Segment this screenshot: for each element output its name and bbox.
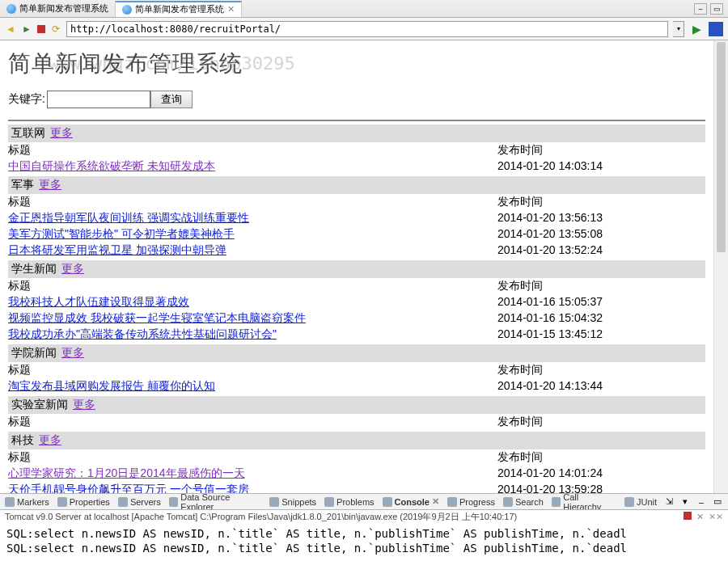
news-time: 2014-01-20 14:01:24 [497,466,705,482]
news-time: 2014-01-20 13:55:08 [497,226,705,243]
column-header-row: 标题发布时间 [8,414,705,430]
view-tab-data-source-explorer[interactable]: Data Source Explorer [169,492,261,512]
category-name: 实验室新闻 [11,398,68,412]
news-row: 淘宝发布县域网购发展报告 颠覆你的认知2014-01-20 14:13:44 [8,378,705,394]
search-input[interactable] [47,91,150,108]
view-tab-console[interactable]: Console ✕ [383,492,439,512]
view-tab-servers[interactable]: Servers [118,492,161,512]
news-row: 日本将研发军用监视卫星 加强探测中朝导弹2014-01-20 13:52:24 [8,243,705,259]
view-icon [118,497,128,507]
view-tab-markers[interactable]: Markers [5,492,49,512]
eclipse-views-bar: MarkersPropertiesServersData Source Expl… [0,493,728,509]
view-tab-label: Snippets [281,497,316,507]
news-link[interactable]: 日本将研发军用监视卫星 加强探测中朝导弹 [8,243,226,256]
tab-label: 简单新闻发布管理系统 [135,3,224,15]
more-link[interactable]: 更多 [50,126,73,141]
view-tab-problems[interactable]: Problems [324,492,374,512]
news-row: 我校科技人才队伍建设取得显著成效2014-01-16 15:05:37 [8,294,705,310]
view-tab-label: Console [395,497,430,507]
news-link[interactable]: 视频监控显成效 我校破获一起学生寝室笔记本电脑盗窃案件 [8,311,306,324]
news-time: 2014-01-20 13:56:13 [497,210,705,226]
view-tab-junit[interactable]: JUnit [624,492,657,512]
url-input[interactable] [66,21,668,37]
category-header: 军事 更多 [8,176,705,194]
globe-icon [6,4,16,14]
page-content: 简单新闻发布管理系统 关键字: 查询 互联网 更多标题发布时间中国自研操作系统欲… [0,40,713,493]
view-icon [503,497,513,507]
category-header: 互联网 更多 [8,124,705,142]
view-tab-search[interactable]: Search [503,492,544,512]
col-header-title: 标题 [8,449,497,466]
view-tab-label: Data Source Explorer [180,492,261,512]
search-button[interactable]: 查询 [150,91,193,108]
col-header-time: 发布时间 [497,142,705,158]
col-header-title: 标题 [8,194,497,210]
menu-icon[interactable]: ▾ [679,496,691,508]
view-icon [5,497,15,507]
more-link[interactable]: 更多 [73,398,95,412]
news-link[interactable]: 中国自研操作系统欲破垄断 未知研发成本 [8,159,215,172]
minimize-view-icon[interactable]: – [696,496,707,508]
minimize-icon[interactable]: – [694,3,707,15]
news-link[interactable]: 我校科技人才队伍建设取得显著成效 [8,295,189,308]
more-link[interactable]: 更多 [39,178,61,192]
pin-icon[interactable]: ⇲ [663,496,675,508]
terminate-icon[interactable] [684,512,692,520]
news-link[interactable]: 心理学家研究：1月20日是2014年最感伤的一天 [8,466,245,479]
remove-all-icon[interactable]: ⨯⨯ [709,512,723,522]
vertical-scrollbar[interactable] [713,40,728,493]
view-icon [169,497,178,507]
maximize-icon[interactable]: ▭ [710,3,723,15]
news-time: 2014-01-16 15:05:37 [497,294,705,310]
browser-tab-0[interactable]: 简单新闻发布管理系统 [0,1,116,17]
column-header-row: 标题发布时间 [8,194,705,210]
more-link[interactable]: 更多 [61,346,84,361]
category-name: 学院新闻 [11,346,57,361]
view-tab-properties[interactable]: Properties [57,492,110,512]
view-icon [447,497,457,507]
console-output[interactable]: SQL:select n.newsID AS newsID, n.`title`… [0,523,728,559]
news-link[interactable]: 我校成功承办"高端装备传动系统共性基础问题研讨会" [8,327,277,340]
editor-tab-bar: 简单新闻发布管理系统 简单新闻发布管理系统 ✕ – ▭ [0,0,728,18]
window-controls: – ▭ [694,3,728,15]
more-link[interactable]: 更多 [39,433,61,448]
col-header-time: 发布时间 [497,414,705,430]
globe-icon [122,5,132,15]
news-link[interactable]: 美军方测试"智能步枪" 可令初学者媲美神枪手 [8,227,235,240]
view-icon [383,497,392,507]
col-header-time: 发布时间 [497,194,705,210]
more-link[interactable]: 更多 [61,262,84,276]
news-time: 2014-01-15 13:45:12 [497,327,705,343]
view-tab-call-hierarchy[interactable]: Call Hierarchy [552,492,616,512]
news-time: 2014-01-20 13:52:24 [497,243,705,259]
view-tab-label: Markers [17,497,49,507]
column-header-row: 标题发布时间 [8,362,705,378]
view-tab-snippets[interactable]: Snippets [269,492,316,512]
close-icon[interactable]: ✕ [227,4,235,15]
news-link[interactable]: 淘宝发布县域网购发展报告 颠覆你的认知 [8,379,215,392]
go-icon[interactable]: ▶ [689,22,704,36]
url-dropdown-icon[interactable]: ▾ [673,21,684,37]
close-icon[interactable]: ✕ [432,496,439,507]
external-browser-icon[interactable] [709,22,723,36]
console-header: Tomcat v9.0 Server at localhost [Apache … [0,510,728,523]
browser-tab-1[interactable]: 简单新闻发布管理系统 ✕ [116,1,242,17]
view-icon [269,497,279,507]
page-title: 简单新闻发布管理系统 [8,44,705,91]
back-icon[interactable]: ◄ [5,23,16,35]
col-header-time: 发布时间 [497,362,705,378]
tab-label: 简单新闻发布管理系统 [19,2,108,15]
column-header-row: 标题发布时间 [8,142,705,158]
view-toolbar: ⇲ ▾ – ▭ [663,496,723,508]
view-tab-progress[interactable]: Progress [447,492,495,512]
forward-icon[interactable]: ► [21,23,32,35]
remove-icon[interactable]: ✕ [696,512,704,522]
view-icon [552,497,561,507]
stop-icon[interactable] [37,25,45,33]
category-name: 军事 [11,178,34,192]
column-header-row: 标题发布时间 [8,278,705,294]
category-header: 科技 更多 [8,432,705,449]
maximize-view-icon[interactable]: ▭ [712,496,723,508]
refresh-icon[interactable]: ⟳ [50,23,61,35]
news-link[interactable]: 金正恩指导朝军队夜间训练 强调实战训练重要性 [8,211,249,224]
